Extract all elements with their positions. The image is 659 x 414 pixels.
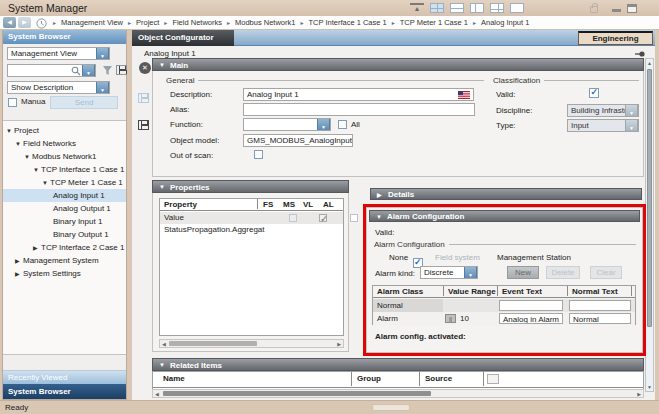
layout-rows-icon[interactable] xyxy=(450,3,464,13)
section-header-details[interactable]: ▶Details xyxy=(370,188,642,200)
section-header-related-items[interactable]: ▼Related Items xyxy=(152,358,644,371)
scrollbar-thumb[interactable] xyxy=(647,69,652,327)
expand-icon[interactable]: ▼ xyxy=(33,164,41,176)
tree-item-binary-output-1[interactable]: Binary Output 1 xyxy=(3,228,126,241)
tab-object-configurator[interactable]: Object Configurator xyxy=(132,30,234,46)
column-header[interactable]: Event Text xyxy=(502,286,542,298)
save-all-icon[interactable] xyxy=(138,120,149,130)
pin-icon[interactable] xyxy=(635,50,645,58)
normal-text-input[interactable] xyxy=(569,300,631,311)
save-icon[interactable] xyxy=(138,93,149,103)
value-range-button[interactable]: || xyxy=(445,314,456,323)
tab-system-browser[interactable]: System Browser xyxy=(3,384,126,399)
column-header[interactable]: Alarm Class xyxy=(377,286,423,298)
send-button[interactable]: Send xyxy=(50,96,118,109)
section-header-properties[interactable]: ▼Properties xyxy=(152,180,349,193)
filter-icon[interactable] xyxy=(102,65,113,76)
tree-item-analog-input-1[interactable]: Analog Input 1 xyxy=(3,189,126,202)
column-header[interactable]: Value Range xyxy=(448,286,496,298)
tree-item-analog-output-1[interactable]: Analog Output 1 xyxy=(3,202,126,215)
chevron-down-icon[interactable] xyxy=(317,118,330,131)
function-dropdown[interactable] xyxy=(243,118,331,131)
breadcrumb-item[interactable]: Modbus Network1 xyxy=(222,18,295,27)
all-checkbox[interactable] xyxy=(338,120,347,129)
type-dropdown[interactable]: Input xyxy=(567,119,639,132)
splitter-grip[interactable] xyxy=(372,404,410,411)
expand-icon[interactable]: ▼ xyxy=(6,125,14,137)
tree-item-management-system[interactable]: ▶Management System xyxy=(3,254,126,267)
collapse-icon[interactable]: ▼ xyxy=(159,359,170,371)
manual-checkbox[interactable] xyxy=(8,98,17,107)
forward-button[interactable]: ▶ xyxy=(18,17,31,28)
engineering-button[interactable]: Engineering xyxy=(578,31,653,45)
column-header[interactable]: Source xyxy=(425,372,452,386)
section-header-main[interactable]: ▼Main xyxy=(152,58,644,71)
chevron-down-icon[interactable] xyxy=(464,266,477,279)
scrollbar-thumb[interactable] xyxy=(163,391,431,396)
vl-checkbox[interactable] xyxy=(350,214,358,222)
column-header[interactable]: VL xyxy=(303,199,313,211)
column-header[interactable]: Name xyxy=(163,372,185,386)
table-row[interactable]: StatusPropagation.Aggregat xyxy=(160,224,343,236)
layout-quad-icon[interactable] xyxy=(430,3,444,13)
alias-input[interactable] xyxy=(243,103,475,116)
collapse-icon[interactable]: ▼ xyxy=(376,212,387,223)
vertical-scrollbar[interactable]: ▲ ▼ xyxy=(645,58,654,392)
collapse-top-icon[interactable]: ▲ xyxy=(410,3,424,13)
expand-icon[interactable]: ▶ xyxy=(15,255,23,267)
expand-icon[interactable]: ▶ xyxy=(33,242,41,254)
clear-button[interactable]: Clear xyxy=(590,266,622,279)
minimize-button[interactable] xyxy=(612,9,621,12)
tree-item-tcp-interface-1[interactable]: ▼TCP Interface 1 Case 1 xyxy=(3,163,126,176)
column-header[interactable]: Property xyxy=(164,199,197,211)
related-items-horizontal-scrollbar[interactable]: ◀▶ xyxy=(152,389,644,398)
back-button[interactable]: ◀ xyxy=(3,17,16,28)
breadcrumb-item[interactable]: Field Networks xyxy=(159,18,222,27)
event-text-input[interactable]: Analog in Alarm xyxy=(499,313,563,324)
chevron-down-icon[interactable] xyxy=(96,81,109,94)
expand-icon[interactable]: ▶ xyxy=(15,268,23,280)
view-dropdown[interactable]: Management View xyxy=(7,47,110,60)
section-header-alarm-configuration[interactable]: ▼Alarm Configuration xyxy=(369,210,640,222)
layout-single-icon[interactable] xyxy=(510,3,524,13)
expand-icon[interactable]: ▼ xyxy=(24,151,32,163)
expand-icon[interactable]: ▼ xyxy=(42,177,50,189)
description-input[interactable]: Analog Input 1 xyxy=(243,88,474,101)
new-button[interactable]: New xyxy=(507,266,539,279)
column-header[interactable]: AL xyxy=(323,199,334,211)
valid-checkbox[interactable] xyxy=(589,88,599,98)
collapse-icon[interactable]: ▶ xyxy=(377,190,388,201)
discipline-dropdown[interactable]: Building Infrastructu xyxy=(567,104,639,117)
tree-item-project[interactable]: ▼Project xyxy=(3,124,126,137)
history-clock-icon[interactable] xyxy=(36,18,47,29)
ms-checkbox[interactable] xyxy=(319,214,327,222)
breadcrumb-item[interactable]: Management View xyxy=(48,18,123,27)
layout-columns-icon[interactable] xyxy=(470,3,484,13)
search-input[interactable] xyxy=(7,64,96,77)
chevron-down-icon[interactable] xyxy=(96,47,109,60)
column-header[interactable]: Normal Text xyxy=(572,286,618,298)
collapse-icon[interactable]: ▼ xyxy=(159,59,170,71)
delete-button[interactable]: Delete xyxy=(546,266,580,279)
header-options-cell[interactable] xyxy=(487,374,499,384)
column-header[interactable]: FS xyxy=(263,199,273,211)
column-header[interactable]: Group xyxy=(357,372,381,386)
us-flag-icon[interactable] xyxy=(458,91,470,99)
scrollbar-thumb[interactable] xyxy=(169,341,257,346)
table-row[interactable]: Value xyxy=(160,212,343,224)
table-row[interactable]: Normal xyxy=(373,299,635,312)
table-row[interactable]: Alarm || 10 Analog in Alarm Normal xyxy=(373,312,635,325)
object-model-input[interactable]: GMS_MODBUS_AnalogInput xyxy=(243,134,353,147)
breadcrumb-item[interactable]: TCP Meter 1 Case 1 xyxy=(387,18,468,27)
expand-icon[interactable]: ▼ xyxy=(15,138,23,150)
normal-text-input[interactable]: Normal xyxy=(569,313,631,324)
tree-item-binary-input-1[interactable]: Binary Input 1 xyxy=(3,215,126,228)
tree-item-tcp-interface-2[interactable]: ▶TCP Interface 2 Case 1 xyxy=(3,241,126,254)
restore-button[interactable] xyxy=(627,4,637,13)
layout-grid-icon[interactable] xyxy=(490,3,504,13)
breadcrumb-item[interactable]: Project xyxy=(123,18,159,27)
event-text-input[interactable] xyxy=(499,300,563,311)
save-filter-icon[interactable] xyxy=(116,65,127,75)
column-header[interactable]: MS xyxy=(283,199,295,211)
collapse-icon[interactable]: ▼ xyxy=(159,181,170,193)
